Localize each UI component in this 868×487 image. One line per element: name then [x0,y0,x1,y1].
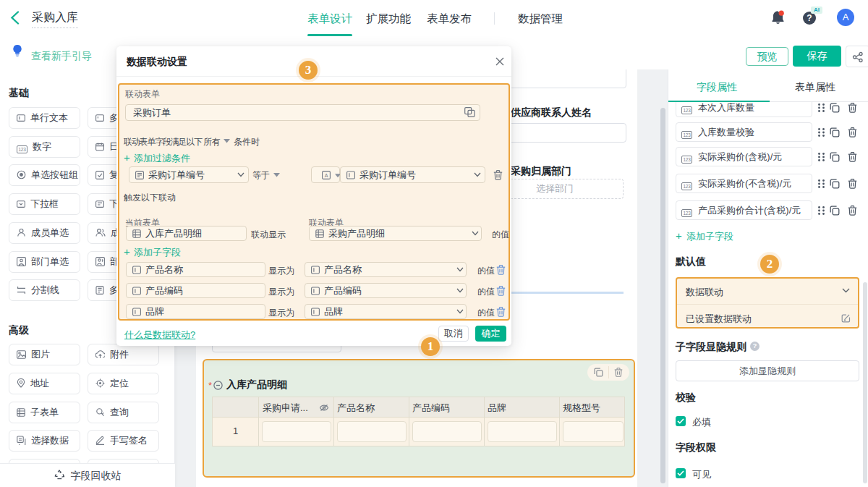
svg-text:A: A [325,173,328,178]
